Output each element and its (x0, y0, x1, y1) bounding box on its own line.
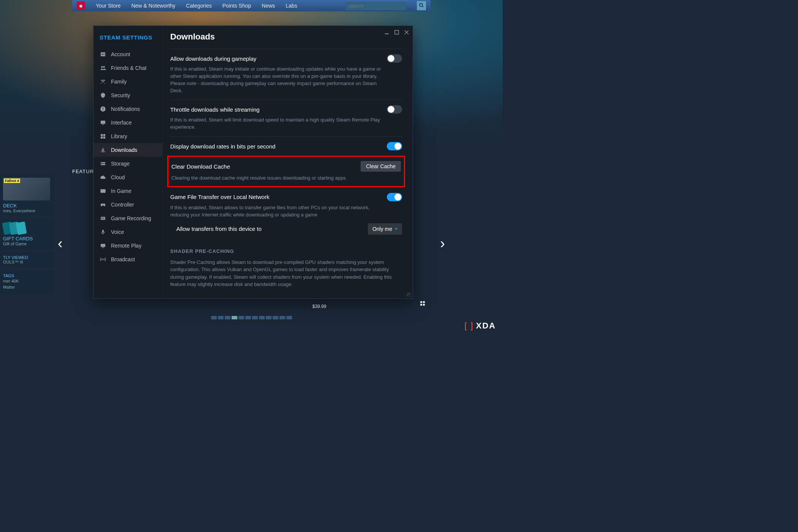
svg-rect-13 (103, 55, 105, 55)
svg-point-17 (103, 80, 105, 81)
sidebar-item-notifications[interactable]: Notifications (93, 102, 162, 116)
page-dot[interactable] (218, 316, 223, 319)
settings-main-panel: Downloads Allow downloads during gamepla… (163, 26, 413, 298)
chevron-down-icon: ▾ (395, 226, 397, 231)
sidebar-item-voice[interactable]: Voice (93, 225, 162, 239)
recently-viewed-header: TLY VIEWED (3, 255, 50, 260)
toggle-allow-during-gameplay[interactable] (387, 54, 402, 63)
search-input[interactable] (345, 2, 406, 10)
svg-rect-27 (103, 137, 105, 139)
sidebar-item-recording[interactable]: RECGame Recording (93, 212, 162, 225)
setting-title: Clear Download Cache (171, 163, 230, 170)
page-dot[interactable] (252, 316, 258, 319)
tag-item[interactable]: Matter (3, 284, 50, 290)
setting-description: If this is enabled, Steam will limit dow… (170, 117, 383, 131)
steam-deck-promo[interactable]: Fallout 4 DECK mes, Everywhere (0, 175, 53, 216)
page-dot[interactable] (259, 316, 264, 319)
grid-view-icon[interactable] (420, 301, 425, 307)
page-dot[interactable] (231, 316, 237, 319)
page-dot[interactable] (238, 316, 244, 319)
allow-transfers-dropdown[interactable]: Only me ▾ (368, 223, 402, 235)
toggle-local-transfer[interactable] (387, 193, 402, 201)
clear-cache-button[interactable]: Clear Cache (361, 161, 401, 172)
friends-icon (100, 65, 106, 71)
svg-rect-37 (102, 248, 104, 248)
svg-point-30 (101, 163, 102, 163)
page-dot[interactable] (272, 316, 278, 319)
sidebar-item-controller[interactable]: Controller (93, 198, 162, 212)
setting-description: Clearing the download cache might resolv… (171, 175, 384, 182)
page-dot[interactable] (211, 316, 217, 319)
setting-allow-during-gameplay: Allow downloads during gameplay If this … (170, 49, 402, 99)
nav-news[interactable]: News (262, 3, 275, 9)
sidebar-item-security[interactable]: Security (93, 88, 162, 102)
svg-rect-7 (395, 30, 399, 34)
carousel-prev-button[interactable]: ‹ (58, 235, 63, 252)
giftcards-art (3, 222, 50, 234)
svg-line-1 (422, 6, 423, 7)
cloud-icon (100, 174, 106, 181)
minimize-button[interactable] (385, 30, 389, 36)
setting-throttle-streaming: Throttle downloads while streaming If th… (170, 99, 402, 136)
downloads-icon (100, 147, 106, 153)
toggle-throttle-streaming[interactable] (387, 105, 402, 114)
sidebar-item-ingame[interactable]: In Game (93, 184, 162, 198)
close-button[interactable] (404, 30, 409, 36)
sidebar-item-remoteplay[interactable]: Remote Play (93, 239, 162, 253)
sidebar-item-label: Downloads (111, 147, 137, 153)
sidebar-item-library[interactable]: Library (93, 129, 162, 143)
remoteplay-icon (100, 242, 106, 249)
resize-grip[interactable] (407, 292, 411, 297)
sidebar-item-label: Controller (111, 202, 134, 208)
sidebar-item-account[interactable]: Account (93, 47, 162, 61)
page-dot[interactable] (279, 316, 285, 319)
gift-cards-promo[interactable]: GIFT CARDS Gift of Game (0, 219, 53, 249)
shader-precaching-description: Shader Pre-Caching allows Steam to downl… (170, 259, 402, 288)
svg-point-38 (102, 259, 103, 260)
page-dot[interactable] (225, 316, 230, 319)
sidebar-item-interface[interactable]: Interface (93, 116, 162, 129)
notifications-icon (100, 106, 106, 112)
tag-item[interactable]: mer 40K (3, 278, 50, 284)
sidebar-item-cloud[interactable]: Cloud (93, 170, 162, 184)
maximize-button[interactable] (394, 30, 399, 36)
svg-rect-22 (101, 121, 105, 124)
sidebar-item-friends[interactable]: Friends & Chat (93, 61, 162, 75)
sidebar-item-label: Library (111, 133, 127, 139)
setting-bits-per-second: Display download rates in bits per secon… (170, 136, 402, 156)
carousel-next-button[interactable]: › (440, 235, 445, 252)
search-button[interactable] (417, 1, 426, 10)
featured-price: $39.99 (312, 304, 326, 309)
svg-rect-26 (101, 137, 103, 139)
nav-your-store[interactable]: Your Store (96, 3, 121, 9)
sidebar-item-downloads[interactable]: Downloads (93, 143, 162, 157)
subsetting-label: Allow transfers from this device to (176, 226, 261, 232)
page-dot[interactable] (286, 316, 292, 319)
tags-section: TAGS mer 40K Matter (0, 270, 53, 293)
setting-title: Game File Transfer over Local Network (170, 194, 269, 200)
store-logo-icon: ◉ (77, 2, 85, 10)
sidebar-item-family[interactable]: Family (93, 75, 162, 88)
svg-rect-4 (420, 304, 422, 306)
nav-labs[interactable]: Labs (286, 3, 297, 9)
svg-rect-35 (102, 230, 104, 232)
page-dot[interactable] (245, 316, 251, 319)
page-dot[interactable] (266, 316, 271, 319)
nav-points-shop[interactable]: Points Shop (222, 3, 251, 9)
svg-rect-25 (103, 134, 105, 136)
nav-categories[interactable]: Categories (186, 3, 212, 9)
toggle-bits-per-second[interactable] (387, 142, 402, 150)
svg-rect-3 (423, 301, 425, 303)
sidebar-item-storage[interactable]: Storage (93, 157, 162, 170)
recently-viewed-item[interactable]: OULS™ III (3, 260, 50, 264)
svg-rect-23 (102, 125, 104, 125)
deck-thumb: Fallout 4 (3, 178, 50, 200)
svg-rect-28 (101, 162, 105, 163)
svg-rect-5 (423, 304, 425, 306)
family-icon (100, 78, 106, 85)
setting-clear-download-cache: Clear Download Cache Clear Cache Clearin… (167, 156, 405, 187)
sidebar-item-broadcast[interactable]: Broadcast (93, 253, 162, 266)
nav-new-noteworthy[interactable]: New & Noteworthy (131, 3, 176, 9)
sidebar-item-label: Friends & Chat (111, 65, 146, 71)
svg-point-11 (101, 54, 103, 55)
